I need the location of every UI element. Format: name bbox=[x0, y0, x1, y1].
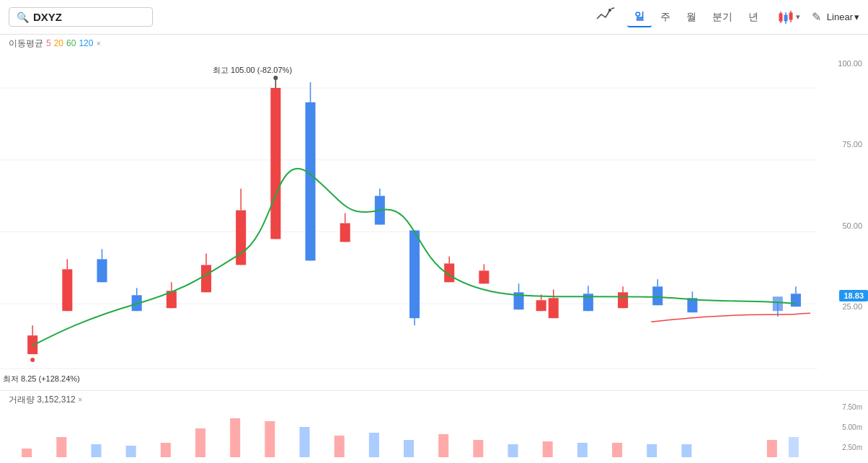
vol-y-500: 5.00m bbox=[823, 423, 862, 431]
vol-y-750: 7.50m bbox=[823, 403, 862, 411]
svg-rect-102 bbox=[543, 441, 553, 457]
svg-rect-103 bbox=[577, 443, 588, 457]
main-chart: 최고 105.00 (-82.07%) 100.00 75.00 50.00 2… bbox=[0, 52, 868, 391]
svg-rect-84 bbox=[791, 294, 801, 307]
svg-rect-87 bbox=[22, 449, 32, 457]
svg-rect-35 bbox=[236, 211, 246, 265]
y-axis: 100.00 75.00 50.00 25.00 bbox=[818, 52, 868, 390]
svg-rect-99 bbox=[438, 434, 448, 457]
svg-rect-97 bbox=[369, 433, 379, 457]
svg-rect-101 bbox=[508, 444, 518, 457]
svg-rect-96 bbox=[335, 436, 345, 457]
y-label-50: 50.00 bbox=[823, 221, 862, 230]
low-price-annotation: 최저 8.25 (+128.24%) bbox=[3, 374, 80, 384]
period-quarter[interactable]: 분기 bbox=[705, 7, 740, 27]
svg-rect-8 bbox=[789, 13, 792, 19]
svg-rect-66 bbox=[549, 298, 559, 318]
search-box[interactable]: 🔍 DXYZ bbox=[9, 7, 153, 27]
y-label-100: 100.00 bbox=[823, 59, 862, 68]
svg-rect-89 bbox=[91, 444, 101, 457]
period-day[interactable]: 일 bbox=[627, 7, 652, 27]
svg-rect-63 bbox=[536, 300, 546, 311]
svg-rect-75 bbox=[652, 286, 663, 305]
ma-20-value: 20 bbox=[54, 38, 63, 48]
ma-60-value: 60 bbox=[66, 38, 76, 48]
svg-rect-92 bbox=[195, 428, 205, 457]
svg-rect-38 bbox=[270, 88, 280, 239]
ma-120-value: 120 bbox=[79, 38, 93, 48]
svg-rect-20 bbox=[62, 269, 72, 311]
svg-line-1 bbox=[611, 8, 614, 9]
indicator-close[interactable]: × bbox=[96, 39, 100, 48]
svg-rect-104 bbox=[612, 443, 622, 457]
svg-point-40 bbox=[273, 76, 278, 80]
svg-rect-32 bbox=[201, 265, 211, 292]
ticker-symbol: DXYZ bbox=[33, 11, 62, 23]
svg-rect-72 bbox=[618, 292, 628, 308]
indicator-row: 이동평균 5 20 60 120 × bbox=[0, 35, 868, 52]
period-buttons: 일 주 월 분기 년 bbox=[627, 7, 766, 27]
svg-rect-5 bbox=[784, 15, 787, 21]
vol-y-250: 2.50m bbox=[823, 444, 862, 451]
candlestick-button[interactable]: ▾ bbox=[771, 6, 806, 28]
toolbar: 🔍 DXYZ 일 주 월 분기 년 ▾ ✎ Linear bbox=[0, 0, 868, 35]
volume-y-axis: 7.50m 5.00m 2.50m bbox=[818, 391, 868, 463]
svg-rect-94 bbox=[265, 421, 275, 457]
scale-button[interactable]: Linear ▾ bbox=[827, 12, 859, 22]
period-month[interactable]: 월 bbox=[679, 7, 704, 27]
edit-icon[interactable]: ✎ bbox=[812, 10, 821, 24]
search-icon: 🔍 bbox=[17, 12, 29, 23]
volume-chart: 거래량 3,152,312 × bbox=[0, 391, 868, 463]
svg-rect-93 bbox=[230, 418, 240, 457]
period-year[interactable]: 년 bbox=[741, 7, 766, 27]
svg-rect-57 bbox=[479, 270, 489, 283]
svg-rect-107 bbox=[767, 440, 777, 457]
svg-rect-105 bbox=[647, 444, 657, 457]
y-label-75: 75.00 bbox=[823, 140, 862, 149]
svg-rect-51 bbox=[409, 230, 420, 318]
svg-rect-100 bbox=[473, 440, 483, 457]
volume-svg-container bbox=[0, 391, 818, 463]
svg-rect-95 bbox=[299, 427, 309, 457]
ma-5-value: 5 bbox=[46, 38, 51, 48]
svg-point-0 bbox=[608, 9, 611, 12]
chart-type-button[interactable] bbox=[590, 4, 621, 30]
svg-rect-42 bbox=[305, 102, 315, 261]
svg-rect-90 bbox=[126, 446, 136, 457]
svg-rect-108 bbox=[789, 437, 799, 457]
chart-svg-container[interactable]: 최고 105.00 (-82.07%) bbox=[0, 52, 818, 390]
svg-rect-23 bbox=[97, 259, 107, 282]
svg-point-86 bbox=[30, 358, 35, 362]
svg-rect-88 bbox=[56, 437, 66, 457]
y-label-25: 25.00 bbox=[823, 302, 862, 311]
svg-rect-45 bbox=[340, 223, 350, 242]
current-price-tag: 18.83 bbox=[839, 290, 868, 301]
svg-rect-2 bbox=[779, 14, 782, 21]
period-week[interactable]: 주 bbox=[653, 7, 678, 27]
svg-rect-91 bbox=[161, 443, 171, 457]
svg-rect-106 bbox=[681, 444, 691, 457]
candlestick-dropdown[interactable]: ▾ bbox=[796, 12, 800, 22]
svg-rect-98 bbox=[404, 440, 414, 457]
svg-rect-81 bbox=[773, 296, 783, 311]
scale-label: Linear bbox=[827, 12, 853, 22]
scale-dropdown-icon: ▾ bbox=[854, 12, 859, 22]
ma-indicator-label: 이동평균 bbox=[9, 38, 43, 50]
